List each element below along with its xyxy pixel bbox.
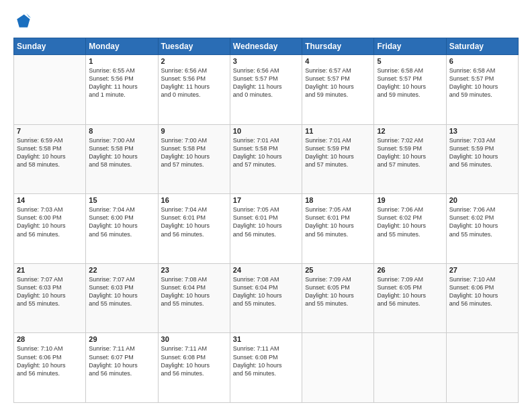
- day-number: 28: [17, 335, 83, 343]
- calendar-cell: 3Sunrise: 6:56 AM Sunset: 5:57 PM Daylig…: [230, 55, 302, 125]
- day-info: Sunrise: 6:58 AM Sunset: 5:57 PM Dayligh…: [377, 66, 443, 99]
- calendar-cell: [14, 55, 86, 125]
- day-info: Sunrise: 7:11 AM Sunset: 6:08 PM Dayligh…: [233, 345, 299, 377]
- calendar-week-3: 14Sunrise: 7:03 AM Sunset: 6:00 PM Dayli…: [14, 194, 519, 264]
- day-info: Sunrise: 7:00 AM Sunset: 5:58 PM Dayligh…: [161, 136, 227, 169]
- day-info: Sunrise: 6:56 AM Sunset: 5:57 PM Dayligh…: [233, 66, 299, 99]
- day-number: 21: [17, 266, 83, 274]
- day-number: 27: [449, 266, 515, 274]
- day-info: Sunrise: 7:08 AM Sunset: 6:04 PM Dayligh…: [233, 275, 299, 308]
- calendar-cell: [374, 333, 446, 403]
- calendar-cell: 22Sunrise: 7:07 AM Sunset: 6:03 PM Dayli…: [86, 263, 158, 333]
- day-number: 17: [233, 196, 299, 204]
- day-info: Sunrise: 7:10 AM Sunset: 6:06 PM Dayligh…: [17, 345, 83, 377]
- calendar-cell: 25Sunrise: 7:09 AM Sunset: 6:05 PM Dayli…: [302, 263, 374, 333]
- day-info: Sunrise: 6:59 AM Sunset: 5:58 PM Dayligh…: [17, 136, 83, 169]
- day-number: 31: [233, 335, 299, 343]
- calendar-cell: 26Sunrise: 7:09 AM Sunset: 6:05 PM Dayli…: [374, 263, 446, 333]
- calendar-cell: 21Sunrise: 7:07 AM Sunset: 6:03 PM Dayli…: [14, 263, 86, 333]
- day-info: Sunrise: 7:06 AM Sunset: 6:02 PM Dayligh…: [377, 205, 443, 238]
- day-number: 29: [89, 335, 154, 343]
- day-info: Sunrise: 7:06 AM Sunset: 6:02 PM Dayligh…: [449, 205, 515, 238]
- header: [13, 12, 519, 31]
- calendar-cell: 23Sunrise: 7:08 AM Sunset: 6:04 PM Dayli…: [158, 263, 230, 333]
- calendar-cell: 17Sunrise: 7:05 AM Sunset: 6:01 PM Dayli…: [230, 194, 302, 264]
- calendar-cell: 12Sunrise: 7:02 AM Sunset: 5:59 PM Dayli…: [374, 124, 446, 194]
- day-number: 18: [305, 196, 371, 204]
- calendar-cell: 15Sunrise: 7:04 AM Sunset: 6:00 PM Dayli…: [86, 194, 158, 264]
- day-number: 7: [17, 127, 83, 135]
- calendar-header-sunday: Sunday: [14, 38, 86, 55]
- calendar-cell: 30Sunrise: 7:11 AM Sunset: 6:08 PM Dayli…: [158, 333, 230, 403]
- calendar-table: SundayMondayTuesdayWednesdayThursdayFrid…: [13, 38, 519, 403]
- calendar-cell: 20Sunrise: 7:06 AM Sunset: 6:02 PM Dayli…: [446, 194, 518, 264]
- day-number: 16: [161, 196, 227, 204]
- day-info: Sunrise: 7:10 AM Sunset: 6:06 PM Dayligh…: [449, 275, 515, 308]
- day-number: 8: [89, 127, 154, 135]
- day-info: Sunrise: 6:56 AM Sunset: 5:56 PM Dayligh…: [161, 66, 227, 99]
- day-number: 10: [233, 127, 299, 135]
- day-info: Sunrise: 6:57 AM Sunset: 5:57 PM Dayligh…: [305, 66, 371, 99]
- day-number: 2: [161, 57, 227, 65]
- day-info: Sunrise: 7:08 AM Sunset: 6:04 PM Dayligh…: [161, 275, 227, 308]
- calendar-header-monday: Monday: [86, 38, 158, 55]
- calendar-cell: 7Sunrise: 6:59 AM Sunset: 5:58 PM Daylig…: [14, 124, 86, 194]
- day-info: Sunrise: 7:09 AM Sunset: 6:05 PM Dayligh…: [305, 275, 371, 308]
- day-number: 22: [89, 266, 154, 274]
- calendar-week-1: 1Sunrise: 6:55 AM Sunset: 5:56 PM Daylig…: [14, 55, 519, 125]
- day-number: 4: [305, 57, 371, 65]
- calendar-cell: 1Sunrise: 6:55 AM Sunset: 5:56 PM Daylig…: [86, 55, 158, 125]
- calendar-cell: 29Sunrise: 7:11 AM Sunset: 6:07 PM Dayli…: [86, 333, 158, 403]
- calendar-cell: 28Sunrise: 7:10 AM Sunset: 6:06 PM Dayli…: [14, 333, 86, 403]
- day-info: Sunrise: 7:01 AM Sunset: 5:59 PM Dayligh…: [305, 136, 371, 169]
- calendar-week-4: 21Sunrise: 7:07 AM Sunset: 6:03 PM Dayli…: [14, 263, 519, 333]
- calendar-header-tuesday: Tuesday: [158, 38, 230, 55]
- calendar-cell: 2Sunrise: 6:56 AM Sunset: 5:56 PM Daylig…: [158, 55, 230, 125]
- day-number: 23: [161, 266, 227, 274]
- page: SundayMondayTuesdayWednesdayThursdayFrid…: [0, 0, 532, 411]
- calendar-cell: 9Sunrise: 7:00 AM Sunset: 5:58 PM Daylig…: [158, 124, 230, 194]
- day-number: 15: [89, 196, 154, 204]
- calendar-cell: 18Sunrise: 7:05 AM Sunset: 6:01 PM Dayli…: [302, 194, 374, 264]
- calendar-header-thursday: Thursday: [302, 38, 374, 55]
- calendar-week-2: 7Sunrise: 6:59 AM Sunset: 5:58 PM Daylig…: [14, 124, 519, 194]
- calendar-cell: 13Sunrise: 7:03 AM Sunset: 5:59 PM Dayli…: [446, 124, 518, 194]
- day-number: 13: [449, 127, 515, 135]
- day-number: 19: [377, 196, 443, 204]
- calendar-cell: 16Sunrise: 7:04 AM Sunset: 6:01 PM Dayli…: [158, 194, 230, 264]
- calendar-cell: 11Sunrise: 7:01 AM Sunset: 5:59 PM Dayli…: [302, 124, 374, 194]
- calendar-cell: 31Sunrise: 7:11 AM Sunset: 6:08 PM Dayli…: [230, 333, 302, 403]
- day-number: 30: [161, 335, 227, 343]
- day-number: 26: [377, 266, 443, 274]
- calendar-cell: [446, 333, 518, 403]
- calendar-cell: 10Sunrise: 7:01 AM Sunset: 5:58 PM Dayli…: [230, 124, 302, 194]
- calendar-cell: [302, 333, 374, 403]
- day-number: 5: [377, 57, 443, 65]
- day-number: 14: [17, 196, 83, 204]
- day-number: 9: [161, 127, 227, 135]
- day-info: Sunrise: 7:01 AM Sunset: 5:58 PM Dayligh…: [233, 136, 299, 169]
- day-info: Sunrise: 6:58 AM Sunset: 5:57 PM Dayligh…: [449, 66, 515, 99]
- day-info: Sunrise: 7:00 AM Sunset: 5:58 PM Dayligh…: [89, 136, 154, 169]
- logo-icon: [13, 12, 32, 31]
- calendar-cell: 5Sunrise: 6:58 AM Sunset: 5:57 PM Daylig…: [374, 55, 446, 125]
- day-info: Sunrise: 7:03 AM Sunset: 5:59 PM Dayligh…: [449, 136, 515, 169]
- calendar-cell: 4Sunrise: 6:57 AM Sunset: 5:57 PM Daylig…: [302, 55, 374, 125]
- calendar-cell: 19Sunrise: 7:06 AM Sunset: 6:02 PM Dayli…: [374, 194, 446, 264]
- day-number: 12: [377, 127, 443, 135]
- day-info: Sunrise: 7:02 AM Sunset: 5:59 PM Dayligh…: [377, 136, 443, 169]
- day-info: Sunrise: 7:11 AM Sunset: 6:08 PM Dayligh…: [161, 345, 227, 377]
- calendar-header-saturday: Saturday: [446, 38, 518, 55]
- calendar-cell: 24Sunrise: 7:08 AM Sunset: 6:04 PM Dayli…: [230, 263, 302, 333]
- day-info: Sunrise: 7:04 AM Sunset: 6:00 PM Dayligh…: [89, 205, 154, 238]
- calendar-header-row: SundayMondayTuesdayWednesdayThursdayFrid…: [14, 38, 519, 55]
- day-info: Sunrise: 7:07 AM Sunset: 6:03 PM Dayligh…: [89, 275, 154, 308]
- day-number: 3: [233, 57, 299, 65]
- day-number: 1: [89, 57, 154, 65]
- day-info: Sunrise: 7:09 AM Sunset: 6:05 PM Dayligh…: [377, 275, 443, 308]
- day-number: 25: [305, 266, 371, 274]
- svg-marker-0: [17, 15, 30, 28]
- calendar-header-friday: Friday: [374, 38, 446, 55]
- day-info: Sunrise: 7:04 AM Sunset: 6:01 PM Dayligh…: [161, 205, 227, 238]
- calendar-cell: 27Sunrise: 7:10 AM Sunset: 6:06 PM Dayli…: [446, 263, 518, 333]
